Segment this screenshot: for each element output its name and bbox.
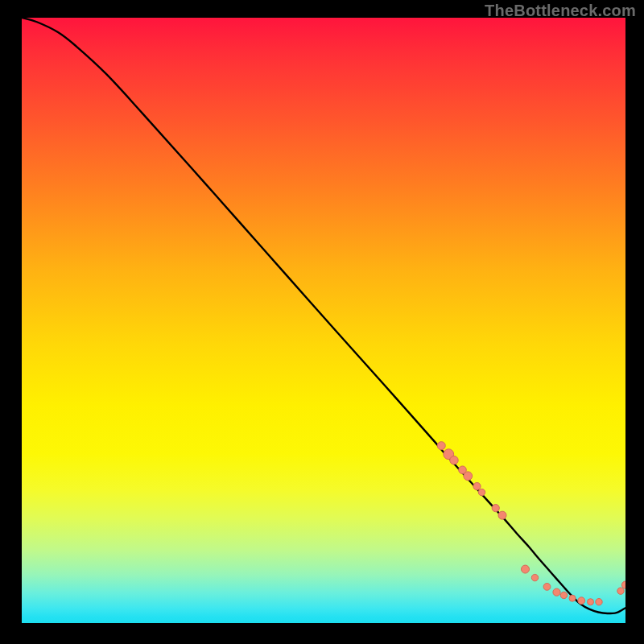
data-marker (560, 592, 567, 598)
data-marker (578, 597, 585, 605)
data-marker (450, 456, 458, 464)
data-marker (444, 449, 454, 460)
data-marker (478, 489, 485, 495)
data-marker (464, 472, 473, 481)
curve-svg (22, 18, 625, 623)
data-marker (569, 595, 576, 601)
data-marker (492, 505, 499, 512)
data-marker (522, 565, 530, 573)
data-marker (498, 511, 506, 519)
data-marker (543, 583, 551, 590)
data-marker (621, 581, 625, 588)
data-marker (459, 466, 467, 474)
data-marker (553, 588, 560, 596)
chart-stage: TheBottleneck.com (0, 0, 644, 644)
data-marker (437, 442, 445, 450)
data-marker (473, 482, 481, 489)
data-markers (437, 442, 625, 605)
data-marker (596, 598, 602, 605)
data-marker (588, 599, 594, 605)
bottleneck-curve (22, 18, 625, 613)
data-marker (617, 588, 624, 594)
plot-area (22, 18, 625, 623)
data-marker (531, 574, 538, 580)
